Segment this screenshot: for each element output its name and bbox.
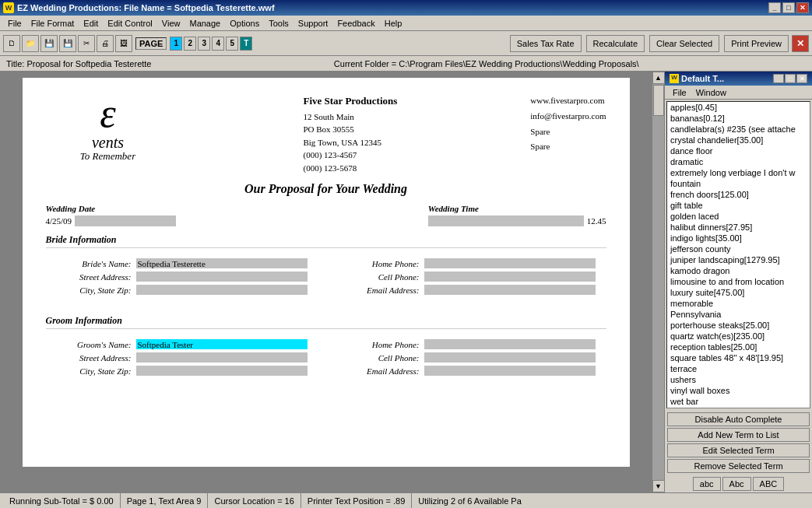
save-button[interactable]: 💾	[40, 35, 58, 52]
scroll-up-button[interactable]: ▲	[652, 72, 665, 84]
titlecase-button[interactable]: Abc	[722, 477, 751, 491]
page-t-button[interactable]: T	[240, 37, 252, 51]
side-menu-file[interactable]: File	[668, 86, 691, 99]
add-new-term-button[interactable]: Add New Term to List	[667, 428, 810, 442]
menu-feedback[interactable]: Feedback	[332, 17, 379, 30]
autocomplete-item[interactable]: ushers	[667, 374, 810, 385]
close-red-button[interactable]: ✕	[792, 35, 809, 52]
bride-cell-input[interactable]	[424, 272, 596, 282]
autocomplete-item[interactable]: square tables 48'' x 48'[19.95]	[667, 352, 810, 363]
bride-phone-input[interactable]	[424, 258, 596, 268]
uppercase-button[interactable]: ABC	[753, 477, 785, 491]
autocomplete-item[interactable]: crystal chandelier[35.00]	[667, 135, 810, 145]
autocomplete-item[interactable]: limousine to and from location	[667, 276, 810, 287]
menu-manage[interactable]: Manage	[185, 17, 225, 30]
image-button[interactable]: 🖼	[115, 35, 132, 52]
menu-support[interactable]: Support	[294, 17, 333, 30]
minimize-button[interactable]: _	[768, 2, 781, 13]
document-title: Title: Proposal for Softpedia Testerette	[6, 59, 152, 68]
autocomplete-item[interactable]: halibut dinners[27.95]	[667, 222, 810, 233]
sales-tax-rate-button[interactable]: Sales Tax Rate	[510, 35, 582, 52]
bride-city-row: City, State Zip:	[46, 285, 318, 295]
autocomplete-list[interactable]: apples[0.45]bananas[0.12]candlelabra(s) …	[666, 101, 810, 408]
autocomplete-item[interactable]: reception tables[25.00]	[667, 342, 810, 352]
bride-city-input[interactable]	[136, 285, 308, 295]
side-panel-close[interactable]: ✕	[796, 74, 807, 83]
autocomplete-item[interactable]: candlelabra(s) #235 (see attache	[667, 124, 810, 135]
menu-edit[interactable]: Edit	[79, 17, 103, 30]
autocomplete-item[interactable]: porterhouse steaks[25.00]	[667, 320, 810, 331]
save-as-button[interactable]: 💾	[59, 35, 76, 52]
side-panel-window-controls[interactable]: _ □ ✕	[773, 74, 807, 83]
autocomplete-item[interactable]: jefferson county	[667, 243, 810, 254]
menu-view[interactable]: View	[157, 17, 185, 30]
window-controls[interactable]: _ □ ✕	[768, 2, 809, 13]
autocomplete-item[interactable]: memorable	[667, 298, 810, 309]
lowercase-button[interactable]: abc	[693, 477, 721, 491]
autocomplete-item[interactable]: vinyl wall boxes	[667, 385, 810, 396]
open-button[interactable]: 📁	[22, 35, 39, 52]
groom-city-input[interactable]	[136, 366, 308, 376]
print-button[interactable]: 🖨	[97, 35, 114, 52]
autocomplete-item[interactable]: kamodo dragon	[667, 265, 810, 276]
page-3-button[interactable]: 3	[198, 37, 210, 51]
autocomplete-item[interactable]: indigo lights[35.00]	[667, 233, 810, 243]
logo-letter: ε	[100, 93, 116, 134]
groom-address-input[interactable]	[136, 352, 308, 363]
groom-phone-row: Home Phone:	[334, 339, 606, 349]
menu-tools[interactable]: Tools	[264, 17, 294, 30]
wedding-date-input[interactable]	[75, 215, 176, 226]
autocomplete-item[interactable]: gift table	[667, 200, 810, 211]
side-panel-minimize[interactable]: _	[773, 74, 784, 83]
bride-email-input[interactable]	[424, 285, 596, 295]
menu-options[interactable]: Options	[225, 17, 264, 30]
main-scrollbar[interactable]: ▲ ▼	[652, 72, 664, 492]
autocomplete-item[interactable]: terrace	[667, 363, 810, 374]
groom-phone-input[interactable]	[424, 339, 596, 349]
autocomplete-item[interactable]: dance floor	[667, 145, 810, 156]
autocomplete-item[interactable]: dramatic	[667, 156, 810, 167]
page-4-button[interactable]: 4	[212, 37, 224, 51]
cut-button[interactable]: ✂	[78, 35, 95, 52]
bride-name-input[interactable]: Softpedia Testerette	[136, 258, 308, 268]
menu-file-format[interactable]: File Format	[26, 17, 79, 30]
maximize-button[interactable]: □	[782, 2, 795, 13]
autocomplete-item[interactable]: wet bar	[667, 396, 810, 407]
groom-cell-input[interactable]	[424, 352, 596, 363]
bride-address-input[interactable]	[136, 272, 308, 282]
side-menu-window[interactable]: Window	[691, 86, 731, 99]
wedding-time-input[interactable]	[428, 215, 584, 226]
page-2-button[interactable]: 2	[184, 37, 196, 51]
groom-email-input[interactable]	[424, 366, 596, 376]
autocomplete-item[interactable]: french doors[125.00]	[667, 189, 810, 200]
autocomplete-item[interactable]: bananas[0.12]	[667, 113, 810, 124]
remove-selected-term-button[interactable]: Remove Selected Term	[667, 459, 810, 473]
groom-name-input[interactable]: Softpedia Tester	[136, 339, 308, 349]
scroll-thumb[interactable]	[653, 85, 664, 116]
recalculate-button[interactable]: Recalculate	[586, 35, 645, 52]
edit-selected-term-button[interactable]: Edit Selected Term	[667, 443, 810, 457]
autocomplete-item[interactable]: luxury suite[475.00]	[667, 287, 810, 298]
autocomplete-item[interactable]: apples[0.45]	[667, 102, 810, 113]
case-buttons: abc Abc ABC	[665, 475, 812, 492]
autocomplete-item[interactable]: extremely long verbiage I don't w	[667, 167, 810, 178]
scroll-down-button[interactable]: ▼	[652, 480, 665, 492]
page-1-button[interactable]: 1	[170, 37, 182, 51]
menu-help[interactable]: Help	[380, 17, 407, 30]
clear-selected-button[interactable]: Clear Selected	[649, 35, 719, 52]
menu-file[interactable]: File	[3, 17, 26, 30]
autocomplete-item[interactable]: golden laced	[667, 211, 810, 222]
menu-edit-control[interactable]: Edit Control	[103, 17, 156, 30]
side-panel-maximize[interactable]: □	[785, 74, 796, 83]
close-button[interactable]: ✕	[796, 2, 809, 13]
autocomplete-item[interactable]: youngstown, oh	[667, 407, 810, 408]
disable-autocomplete-button[interactable]: Disable Auto Complete	[667, 412, 810, 426]
autocomplete-item[interactable]: Pennsylvania	[667, 309, 810, 320]
new-button[interactable]: 🗋	[3, 35, 20, 52]
autocomplete-item[interactable]: fountain	[667, 178, 810, 189]
page-5-button[interactable]: 5	[226, 37, 238, 51]
print-preview-button[interactable]: Print Preview	[724, 35, 789, 52]
autocomplete-item[interactable]: quartz watch(es)[235.00]	[667, 331, 810, 342]
autocomplete-item[interactable]: juniper landscaping[1279.95]	[667, 254, 810, 265]
document-area[interactable]: ε vents To Remember Five Star Production…	[0, 72, 652, 492]
